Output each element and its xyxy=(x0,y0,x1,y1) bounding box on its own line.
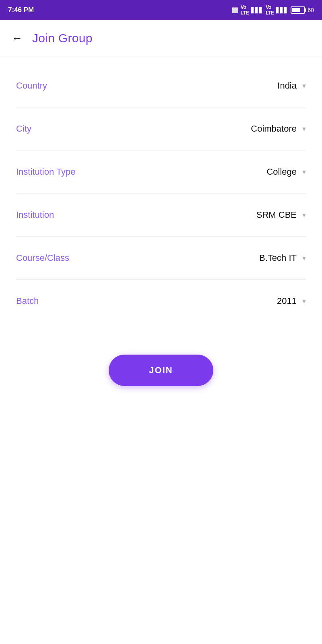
course-class-chevron-icon: ▾ xyxy=(302,254,306,262)
country-row[interactable]: Country India ▾ xyxy=(16,64,306,107)
country-dropdown[interactable]: India ▾ xyxy=(89,80,306,91)
battery-wrapper xyxy=(291,6,305,14)
battery-fill xyxy=(292,8,300,12)
course-class-dropdown[interactable]: B.Tech IT ▾ xyxy=(89,253,306,263)
course-class-label: Course/Class xyxy=(16,253,89,263)
status-bar: 7:46 PM ⬜ VoLTE ▋▋▋ VoLTE ▋▋▋ 60 xyxy=(0,0,322,20)
city-label: City xyxy=(16,124,89,134)
batch-row[interactable]: Batch 2011 ▾ xyxy=(16,280,306,322)
batch-value: 2011 xyxy=(277,296,297,306)
city-dropdown[interactable]: Coimbatore ▾ xyxy=(89,124,306,134)
battery-icon xyxy=(291,6,305,14)
city-chevron-icon: ▾ xyxy=(302,124,306,133)
institution-value: SRM CBE xyxy=(256,210,297,220)
battery-tip xyxy=(305,8,306,12)
sim-icon: ⬜ xyxy=(232,7,238,13)
status-icons: ⬜ VoLTE ▋▋▋ VoLTE ▋▋▋ 60 xyxy=(232,4,314,16)
batch-label: Batch xyxy=(16,296,89,306)
country-label: Country xyxy=(16,80,89,91)
batch-dropdown[interactable]: 2011 ▾ xyxy=(89,296,306,306)
back-arrow-icon: ← xyxy=(11,33,23,44)
institution-type-row[interactable]: Institution Type College ▾ xyxy=(16,151,306,194)
institution-row[interactable]: Institution SRM CBE ▾ xyxy=(16,194,306,237)
header: ← Join Group xyxy=(0,20,322,56)
batch-chevron-icon: ▾ xyxy=(302,297,306,305)
signal-icon-2: ▋▋▋ xyxy=(276,7,288,13)
institution-type-value: College xyxy=(266,167,297,177)
back-button[interactable]: ← xyxy=(8,29,26,47)
course-class-row[interactable]: Course/Class B.Tech IT ▾ xyxy=(16,237,306,280)
course-class-value: B.Tech IT xyxy=(259,253,297,263)
battery-level: 60 xyxy=(308,7,314,13)
join-button[interactable]: JOIN xyxy=(109,355,213,386)
status-time: 7:46 PM xyxy=(8,6,34,14)
page-title: Join Group xyxy=(32,31,93,45)
country-value: India xyxy=(277,80,297,91)
institution-type-chevron-icon: ▾ xyxy=(302,167,306,176)
institution-label: Institution xyxy=(16,210,89,220)
city-value: Coimbatore xyxy=(251,124,297,134)
form-container: Country India ▾ City Coimbatore ▾ Instit… xyxy=(0,56,322,330)
country-chevron-icon: ▾ xyxy=(302,81,306,90)
city-row[interactable]: City Coimbatore ▾ xyxy=(16,107,306,151)
join-button-container: JOIN xyxy=(0,330,322,402)
vo-lte-icon-2: VoLTE xyxy=(266,4,274,16)
institution-chevron-icon: ▾ xyxy=(302,211,306,219)
signal-icon-1: ▋▋▋ xyxy=(251,7,263,13)
vo-lte-icon-1: VoLTE xyxy=(241,4,249,16)
institution-type-label: Institution Type xyxy=(16,167,89,177)
institution-type-dropdown[interactable]: College ▾ xyxy=(89,167,306,177)
institution-dropdown[interactable]: SRM CBE ▾ xyxy=(89,210,306,220)
